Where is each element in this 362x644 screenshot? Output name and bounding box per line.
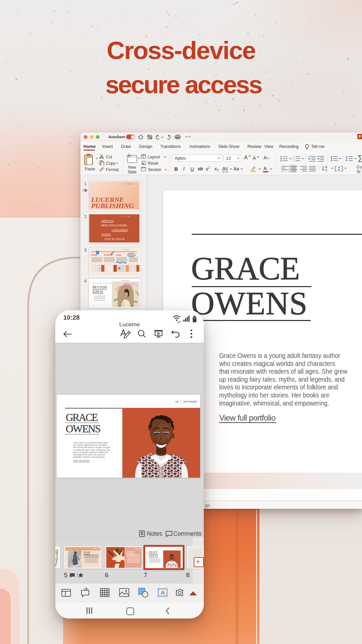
svg-text:A: A [325,165,327,169]
svg-text:3: 3 [293,160,295,162]
svg-text:A: A [161,590,165,596]
